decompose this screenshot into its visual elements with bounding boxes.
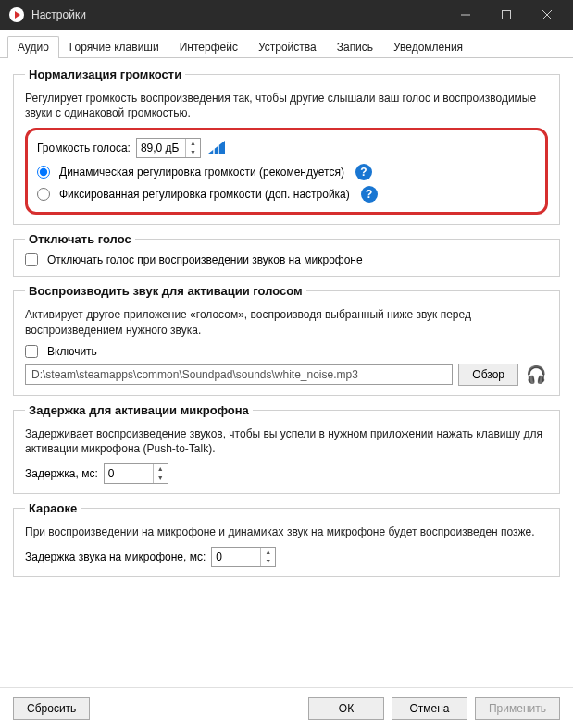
group-mute-voice: Отключать голос Отключать голос при восп… <box>13 232 560 277</box>
apply-button[interactable]: Применить <box>475 697 560 720</box>
voice-activation-enable-checkbox[interactable] <box>25 345 38 358</box>
help-icon[interactable]: ? <box>361 186 378 203</box>
karaoke-delay-spinner[interactable]: ▲▼ <box>211 547 276 567</box>
group-legend: Задержка для активации микрофона <box>25 403 253 417</box>
group-voice-activation: Воспроизводить звук для активации голосо… <box>13 284 560 395</box>
group-desc: При воспроизведении на микрофоне и динам… <box>25 524 548 539</box>
maximize-button[interactable] <box>486 0 527 30</box>
mic-delay-input[interactable] <box>105 464 153 483</box>
tab-notifications[interactable]: Уведомления <box>383 36 473 58</box>
spin-up-icon[interactable]: ▲ <box>261 548 275 557</box>
voice-volume-input[interactable] <box>137 139 185 157</box>
group-karaoke: Караоке При воспроизведении на микрофоне… <box>13 501 560 577</box>
footer: Сбросить ОК Отмена Применить <box>0 687 573 728</box>
tab-hotkeys[interactable]: Горячие клавиши <box>59 36 169 58</box>
sound-path-field[interactable]: D:\steam\steamapps\common\Soundpad\sound… <box>25 364 453 385</box>
group-legend: Нормализация громкости <box>25 68 185 81</box>
close-button[interactable] <box>527 0 567 30</box>
group-mic-delay: Задержка для активации микрофона Задержи… <box>13 403 560 494</box>
radio-fixed[interactable] <box>37 188 50 201</box>
radio-fixed-label: Фиксированная регулировка громкости (доп… <box>59 188 350 201</box>
karaoke-delay-label: Задержка звука на микрофоне, мс: <box>25 550 206 563</box>
svg-rect-1 <box>503 11 511 19</box>
titlebar: Настройки <box>0 0 573 30</box>
app-icon <box>9 7 24 22</box>
voice-volume-label: Громкость голоса: <box>37 142 131 154</box>
mute-voice-checkbox[interactable] <box>25 253 38 266</box>
content-scroll[interactable]: Нормализация громкости Регулирует громко… <box>0 58 573 689</box>
spin-up-icon[interactable]: ▲ <box>154 464 168 474</box>
highlight-box: Громкость голоса: ▲▼ Динамическая регули… <box>25 128 548 215</box>
spin-up-icon[interactable]: ▲ <box>186 139 200 148</box>
group-legend: Отключать голос <box>25 232 135 246</box>
svg-marker-4 <box>208 141 225 154</box>
cancel-button[interactable]: Отмена <box>392 697 467 720</box>
spin-down-icon[interactable]: ▼ <box>186 148 200 157</box>
spin-down-icon[interactable]: ▼ <box>261 557 275 566</box>
group-legend: Воспроизводить звук для активации голосо… <box>25 284 306 298</box>
voice-activation-enable-label: Включить <box>47 345 97 358</box>
group-normalization: Нормализация громкости Регулирует громко… <box>13 68 560 225</box>
minimize-button[interactable] <box>445 0 486 30</box>
headphones-icon[interactable]: 🎧 <box>524 364 548 385</box>
ok-button[interactable]: ОК <box>308 697 384 720</box>
spin-down-icon[interactable]: ▼ <box>154 474 168 483</box>
mic-delay-spinner[interactable]: ▲▼ <box>104 463 168 484</box>
tab-devices[interactable]: Устройства <box>248 36 327 58</box>
voice-volume-spinner[interactable]: ▲▼ <box>136 138 201 158</box>
window-title: Настройки <box>31 8 86 21</box>
group-desc: Регулирует громкость воспроизведения так… <box>25 91 548 120</box>
tab-interface[interactable]: Интерфейс <box>169 36 248 58</box>
group-desc: Активирует другое приложение «голосом», … <box>25 307 548 337</box>
browse-button[interactable]: Обзор <box>458 364 518 386</box>
radio-dynamic-label: Динамическая регулировка громкости (реко… <box>59 166 344 179</box>
reset-button[interactable]: Сбросить <box>13 697 90 720</box>
tab-record[interactable]: Запись <box>327 36 383 58</box>
karaoke-delay-input[interactable] <box>212 548 260 566</box>
group-desc: Задерживает воспроизведение звуков, чтоб… <box>25 426 548 456</box>
group-legend: Караоке <box>25 501 81 515</box>
radio-dynamic[interactable] <box>37 166 50 179</box>
mic-delay-label: Задержка, мс: <box>25 467 98 480</box>
help-icon[interactable]: ? <box>355 164 372 180</box>
tab-audio[interactable]: Аудио <box>7 36 59 58</box>
tabs: Аудио Горячие клавиши Интерфейс Устройст… <box>0 30 573 58</box>
mute-voice-label: Отключать голос при воспроизведении звук… <box>47 253 363 266</box>
volume-meter-icon[interactable] <box>206 139 227 158</box>
